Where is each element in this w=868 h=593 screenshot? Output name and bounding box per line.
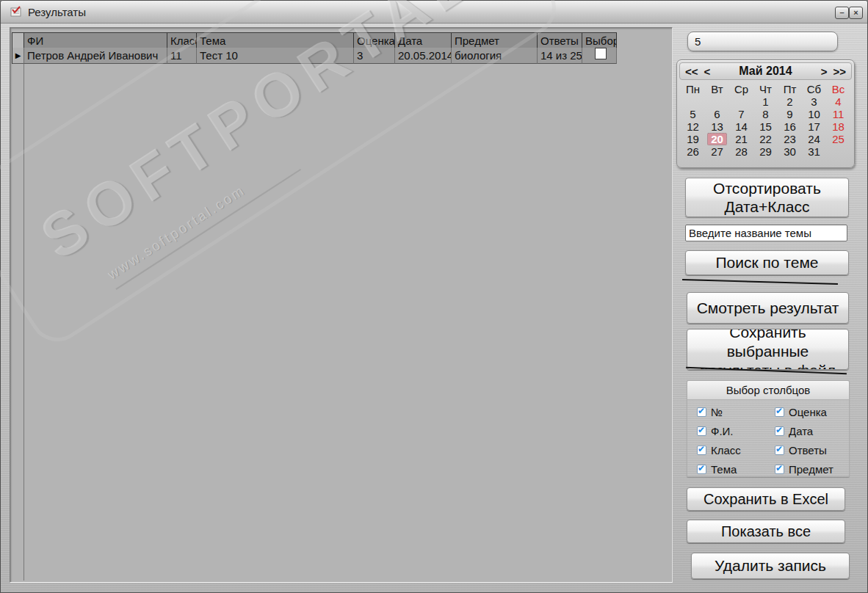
column-header-fi[interactable]: ФИ bbox=[24, 33, 167, 48]
checkbox-data-label: Дата bbox=[789, 425, 813, 437]
calendar-day[interactable]: 26 bbox=[681, 145, 705, 158]
calendar-day[interactable]: 15 bbox=[753, 120, 778, 133]
close-button[interactable]: × bbox=[849, 7, 863, 19]
calendar-day-selected[interactable]: 20 bbox=[707, 133, 727, 145]
calendar-day[interactable]: 4 bbox=[826, 95, 850, 108]
calendar-day-name: Вс bbox=[826, 83, 850, 95]
column-checkboxes-left: № Ф.И. Класс Тема bbox=[697, 406, 741, 475]
cell-predmet: биология bbox=[452, 48, 538, 64]
search-by-theme-label: Поиск по теме bbox=[715, 254, 818, 272]
calendar-prev-year-button[interactable]: << bbox=[685, 65, 698, 78]
cell-klass: 11 bbox=[167, 48, 197, 64]
checkbox-item-otvety[interactable]: Ответы bbox=[775, 444, 833, 456]
decorative-line-top bbox=[682, 279, 838, 285]
column-header-tema[interactable]: Тема bbox=[197, 33, 354, 48]
save-selected-line1: Сохранить bbox=[700, 329, 836, 342]
sort-button-line2: Дата+Класс bbox=[725, 197, 810, 216]
delete-record-label: Удалить запись bbox=[715, 557, 826, 575]
calendar-day[interactable]: 28 bbox=[729, 145, 753, 158]
calendar-day[interactable]: 18 bbox=[826, 120, 850, 133]
calendar-day[interactable]: 1 bbox=[753, 95, 778, 108]
sort-button-line1: Отсортировать bbox=[713, 179, 821, 197]
checkbox-tema[interactable] bbox=[697, 465, 706, 474]
calendar-day[interactable]: 9 bbox=[778, 108, 802, 120]
checkbox-item-number[interactable]: № bbox=[697, 406, 741, 418]
checkbox-fi[interactable] bbox=[697, 426, 706, 436]
calendar-day[interactable]: 11 bbox=[826, 108, 850, 120]
calendar-day[interactable]: 13 bbox=[705, 120, 729, 133]
checkbox-item-ocenka[interactable]: Оценка bbox=[775, 406, 833, 418]
calendar-prev-month-button[interactable]: < bbox=[704, 65, 711, 78]
calendar-day[interactable]: 8 bbox=[753, 108, 778, 120]
checkbox-klass-label: Класс bbox=[711, 444, 741, 456]
calendar-day[interactable]: 14 bbox=[729, 120, 753, 133]
close-icon: × bbox=[853, 9, 858, 17]
checkbox-predmet-label: Предмет bbox=[789, 463, 833, 476]
calendar-day[interactable]: 6 bbox=[705, 108, 729, 120]
column-checkboxes-right: Оценка Дата Ответы Предмет bbox=[775, 406, 833, 475]
cell-data: 20.05.2014 bbox=[395, 48, 452, 64]
column-header-klass[interactable]: Класс bbox=[167, 33, 197, 48]
view-result-button[interactable]: Смотреть результат bbox=[687, 292, 849, 324]
minimize-button[interactable]: – bbox=[835, 7, 849, 19]
save-selected-results-button[interactable]: Сохранить выбранные результаты в файл bbox=[687, 329, 849, 370]
column-header-vybor[interactable]: Выбор bbox=[582, 33, 617, 48]
checkbox-number[interactable] bbox=[697, 407, 706, 417]
calendar-day[interactable]: 3 bbox=[802, 95, 826, 108]
sort-date-class-button[interactable]: Отсортировать Дата+Класс bbox=[685, 178, 849, 217]
view-result-label: Смотреть результат bbox=[697, 299, 839, 317]
calendar-day[interactable]: 19 bbox=[681, 133, 705, 145]
checkbox-otvety-label: Ответы bbox=[789, 444, 827, 456]
calendar-day[interactable]: 23 bbox=[778, 133, 802, 145]
calendar-day[interactable]: 7 bbox=[729, 108, 753, 120]
checkbox-item-data[interactable]: Дата bbox=[775, 425, 833, 437]
save-excel-button[interactable]: Сохранить в Excel bbox=[687, 487, 845, 511]
calendar-day[interactable]: 24 bbox=[802, 133, 826, 145]
row-checkbox[interactable] bbox=[595, 48, 607, 59]
calendar-day[interactable]: 5 bbox=[681, 108, 705, 120]
record-number-input[interactable] bbox=[688, 34, 842, 48]
row-selector-header bbox=[12, 33, 24, 48]
selector-column-line bbox=[23, 64, 24, 581]
calendar-day[interactable]: 22 bbox=[753, 133, 778, 145]
calendar-day[interactable]: 17 bbox=[802, 120, 826, 133]
window-title: Результаты bbox=[28, 6, 86, 18]
calendar-day[interactable]: 31 bbox=[802, 145, 826, 158]
calendar-day[interactable]: 30 bbox=[778, 145, 802, 158]
checkbox-item-fi[interactable]: Ф.И. bbox=[697, 425, 741, 437]
checkbox-ocenka[interactable] bbox=[775, 407, 784, 417]
column-header-ocenka[interactable]: Оценка bbox=[354, 33, 395, 48]
calendar-day[interactable]: 21 bbox=[729, 133, 753, 145]
calendar-next-month-button[interactable]: > bbox=[821, 65, 828, 78]
checkbox-item-tema[interactable]: Тема bbox=[697, 463, 741, 475]
checkbox-item-klass[interactable]: Класс bbox=[697, 444, 741, 456]
calendar-day[interactable]: 27 bbox=[705, 145, 729, 158]
cell-tema: Тест 10 bbox=[197, 48, 354, 64]
show-all-button[interactable]: Показать все bbox=[687, 520, 845, 543]
table-row[interactable]: ▶ Петров Андрей Иванович 11 Тест 10 3 20… bbox=[12, 48, 617, 64]
checkbox-item-predmet[interactable]: Предмет bbox=[775, 463, 833, 475]
column-header-otvety[interactable]: Ответы bbox=[538, 33, 582, 48]
checkbox-otvety[interactable] bbox=[775, 445, 784, 455]
save-selected-line2: выбранные bbox=[700, 342, 836, 361]
checkbox-data[interactable] bbox=[775, 426, 784, 436]
search-by-theme-button[interactable]: Поиск по теме bbox=[685, 250, 849, 275]
column-header-predmet[interactable]: Предмет bbox=[452, 33, 538, 48]
show-all-label: Показать все bbox=[721, 523, 811, 540]
calendar-day[interactable]: 2 bbox=[778, 95, 802, 108]
calendar-day[interactable]: 10 bbox=[802, 108, 826, 120]
calendar-next-year-button[interactable]: >> bbox=[833, 65, 846, 78]
delete-record-button[interactable]: Удалить запись bbox=[691, 553, 850, 579]
checkbox-tema-label: Тема bbox=[711, 463, 737, 476]
calendar-empty-cell bbox=[729, 95, 753, 108]
theme-name-input[interactable] bbox=[685, 225, 847, 241]
checkbox-klass[interactable] bbox=[697, 445, 706, 455]
cell-vybor bbox=[582, 48, 617, 64]
calendar-day[interactable]: 25 bbox=[826, 133, 850, 145]
column-header-data[interactable]: Дата bbox=[395, 33, 452, 48]
calendar-empty-cell bbox=[705, 95, 729, 108]
calendar-day[interactable]: 29 bbox=[753, 145, 778, 158]
calendar-day[interactable]: 12 bbox=[681, 120, 705, 133]
checkbox-predmet[interactable] bbox=[775, 465, 784, 474]
calendar-day[interactable]: 16 bbox=[778, 120, 802, 133]
